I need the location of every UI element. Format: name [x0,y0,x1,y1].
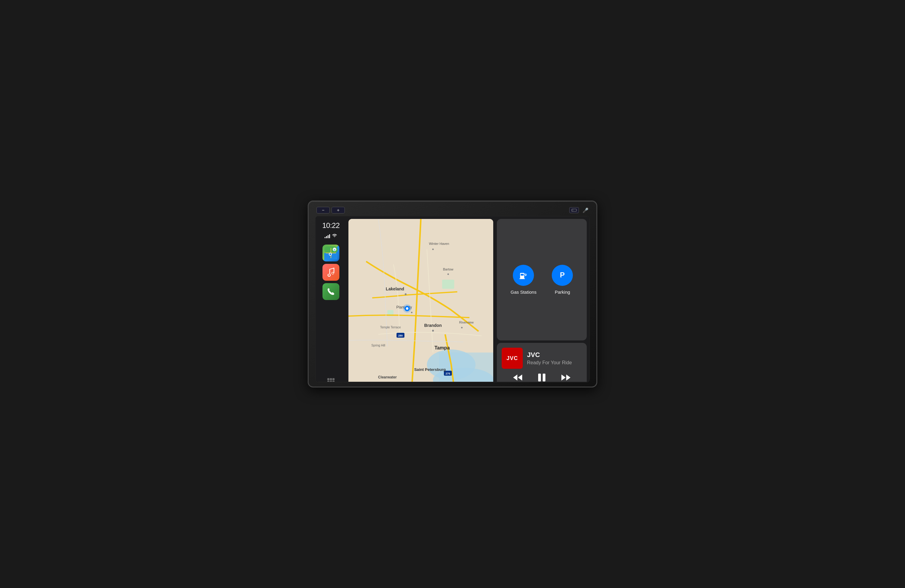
map-area[interactable]: 280 275 Winter Haven Bartow Lakeland Pla… [348,219,493,382]
screen-frame: 10:22 [315,216,590,382]
music-app-icon[interactable] [322,264,339,281]
signal-bars [325,234,330,238]
svg-rect-61 [538,374,541,382]
svg-rect-57 [519,278,525,279]
gas-stations-circle [513,265,534,286]
source-button[interactable] [569,207,579,213]
svg-text:Spring Hill: Spring Hill [372,344,385,347]
svg-text:Saint Petersburg: Saint Petersburg [414,367,446,372]
signal-row [325,233,337,239]
music-icon-graphic [326,268,336,277]
signal-bar-1 [325,237,325,238]
media-subtitle: Ready For Your Ride [527,360,572,366]
svg-point-14 [332,273,333,274]
svg-marker-64 [566,374,570,380]
sidebar: 10:22 [316,217,346,382]
svg-rect-16 [330,378,332,380]
svg-rect-28 [442,279,454,288]
maps-icon-graphic: N [324,246,338,260]
signal-bar-2 [326,236,327,238]
svg-rect-19 [330,381,332,383]
parking-label: Parking [555,290,570,295]
gas-station-icon [518,270,529,281]
grid-button[interactable] [327,377,335,382]
quick-actions-card: Gas Stations P Parking [497,219,587,341]
mic-icon: 🎤 [583,208,589,213]
svg-text:Brandon: Brandon [424,323,441,328]
svg-point-43 [432,330,434,332]
svg-rect-27 [439,352,493,382]
media-title: JVC [527,351,572,359]
phone-icon-graphic [326,287,335,296]
svg-rect-15 [327,378,329,380]
source-icon [572,209,577,212]
parking-icon: P [557,270,568,281]
svg-point-53 [406,307,408,310]
gas-stations-action[interactable]: Gas Stations [511,265,537,295]
media-card: JVC JVC Ready For Your Ride [497,343,587,382]
svg-marker-63 [561,374,566,380]
parking-circle: P [552,265,573,286]
pause-button[interactable] [535,373,548,382]
svg-text:Lakeland: Lakeland [386,287,404,291]
parking-action[interactable]: P Parking [552,265,573,295]
svg-rect-17 [332,378,335,380]
svg-text:P: P [560,271,565,279]
media-info-row: JVC JVC Ready For Your Ride [502,348,582,369]
volume-down-button[interactable]: − [316,207,330,214]
svg-point-41 [411,312,412,313]
fast-forward-button[interactable] [558,373,574,382]
svg-marker-60 [518,374,522,380]
media-controls [502,373,582,382]
signal-bar-4 [329,234,330,238]
svg-text:Temple Terrace: Temple Terrace [380,326,401,329]
svg-point-39 [405,293,406,295]
volume-up-button[interactable]: + [332,207,345,214]
volume-buttons: − + [316,207,345,214]
svg-text:Riverview: Riverview [459,320,474,324]
rewind-icon [512,373,523,382]
top-right-controls: 🎤 [569,207,589,213]
svg-rect-62 [543,374,545,382]
svg-point-45 [461,327,462,328]
svg-text:280: 280 [398,334,403,337]
svg-point-56 [525,275,526,276]
svg-rect-55 [521,274,524,276]
media-text-block: JVC Ready For Your Ride [527,351,572,366]
svg-point-10 [329,253,331,255]
carplay-screen: 10:22 [316,217,589,382]
svg-text:Winter Haven: Winter Haven [429,242,449,246]
svg-rect-18 [327,381,329,383]
svg-marker-59 [513,374,518,380]
right-panel: Gas Stations P Parking [495,217,589,382]
svg-text:N: N [333,249,335,251]
svg-rect-20 [332,381,335,383]
album-art-text: JVC [506,355,518,361]
album-art: JVC [502,348,523,369]
pause-icon [538,373,546,382]
gas-stations-label: Gas Stations [511,290,537,295]
carplay-main: 10:22 [316,217,589,382]
wifi-icon [332,233,337,239]
svg-text:Tampa: Tampa [434,345,450,350]
svg-line-11 [330,268,334,269]
map-svg: 280 275 Winter Haven Bartow Lakeland Pla… [348,219,493,382]
fast-forward-icon [560,373,572,382]
svg-text:Clearwater: Clearwater [378,375,397,379]
svg-text:Bartow: Bartow [443,268,453,271]
svg-text:275: 275 [446,372,450,375]
maps-app-icon[interactable]: N [322,244,339,262]
time-display: 10:22 [322,221,340,230]
jvc-device: − + 🎤 10:22 [308,201,597,387]
svg-point-37 [448,274,449,275]
svg-point-35 [432,249,434,250]
signal-bar-3 [328,235,329,238]
rewind-button[interactable] [510,373,526,382]
phone-app-icon[interactable] [322,283,339,300]
svg-rect-0 [572,209,576,211]
physical-top-bar: − + 🎤 [315,207,590,214]
